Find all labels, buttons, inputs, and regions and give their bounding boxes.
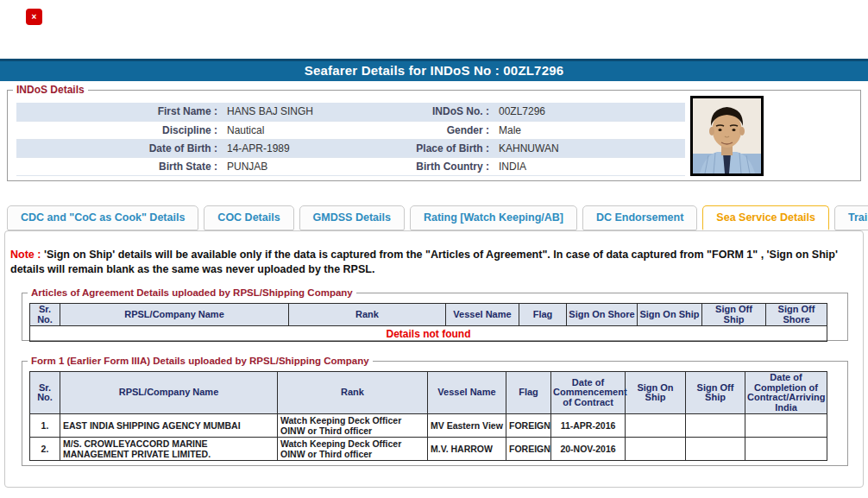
note-prefix: Note : xyxy=(10,249,41,261)
column-header: RPSL/Company Name xyxy=(60,372,278,414)
cell-company: M/S. CROWLEYACCORD MARINE MANAGEMENT PRI… xyxy=(60,438,278,461)
cell-date-completion xyxy=(745,438,827,461)
column-header: Sr. No. xyxy=(30,304,60,326)
field-value: Male xyxy=(495,121,685,139)
cell-flag: FOREIGN xyxy=(506,414,551,438)
seafarer-photo xyxy=(690,96,764,176)
indos-details-legend: INDoS Details xyxy=(13,84,88,96)
cell-company: EAST INDIA SHIPPING AGENCY MUMBAI xyxy=(60,414,278,438)
form1-legend: Form 1 (Earlier Form IIIA) Details uploa… xyxy=(28,356,373,366)
tab-sea-service-details[interactable]: Sea Service Details xyxy=(702,205,829,230)
table-header-row: Sr. No. RPSL/Company Name Rank Vessel Na… xyxy=(30,304,827,326)
articles-table: Sr. No. RPSL/Company Name Rank Vessel Na… xyxy=(29,303,827,342)
column-header: Rank xyxy=(278,372,428,414)
field-label: Date of Birth : xyxy=(16,139,223,157)
column-header: Sign Off Ship xyxy=(702,304,766,326)
field-value: Nautical xyxy=(223,121,396,139)
cell-sr-no: 1. xyxy=(30,414,60,438)
note-text: Note : 'Sign on Ship' details will be av… xyxy=(10,248,858,277)
column-header: Sign Off Ship xyxy=(686,372,745,414)
cell-rank: Watch Keeping Deck Officer OINW or Third… xyxy=(278,414,428,438)
cell-date-commencement: 11-APR-2016 xyxy=(551,414,626,438)
cell-flag: FOREIGN xyxy=(506,438,551,461)
column-header: Flag xyxy=(519,304,567,326)
tab-bar: CDC and "CoC as Cook" Details COC Detail… xyxy=(7,205,868,231)
field-label: First Name : xyxy=(16,103,223,121)
tab-training-details[interactable]: Training Details xyxy=(834,205,868,230)
cell-date-commencement: 20-NOV-2016 xyxy=(551,438,626,461)
broken-image-icon: × xyxy=(26,9,42,25)
column-header: Vessel Name xyxy=(446,304,519,326)
page-title: Seafarer Details for INDoS No : 00ZL7296 xyxy=(0,61,868,80)
field-value: 14-APR-1989 xyxy=(223,139,396,157)
column-header: Rank xyxy=(289,304,446,326)
cell-sr-no: 2. xyxy=(30,438,60,461)
field-value: PUNJAB xyxy=(223,157,396,175)
cell-rank: Watch Keeping Deck Officer OINW or Third… xyxy=(278,438,428,461)
field-label: Birth State : xyxy=(16,157,223,175)
column-header: Sign On Ship xyxy=(638,304,702,326)
table-row: 2. M/S. CROWLEYACCORD MARINE MANAGEMENT … xyxy=(30,438,827,461)
cell-sign-on-ship xyxy=(626,414,686,438)
field-value: INDIA xyxy=(495,157,685,175)
cell-sign-off-ship xyxy=(686,438,745,461)
title-bar: Seafarer Details for INDoS No : 00ZL7296 xyxy=(0,59,868,81)
table-row: Date of Birth : 14-APR-1989 Place of Bir… xyxy=(16,139,685,157)
column-header: Date of Completion of Contract/Arriving … xyxy=(745,372,827,414)
note-body: 'Sign on Ship' details will be available… xyxy=(10,249,838,275)
column-header: Sr. No. xyxy=(30,372,60,414)
field-value: 00ZL7296 xyxy=(495,103,685,121)
cell-date-completion xyxy=(745,414,827,438)
form1-table: Sr. No. RPSL/Company Name Rank Vessel Na… xyxy=(29,371,827,461)
tab-dc-endorsement[interactable]: DC Endorsement xyxy=(582,205,697,230)
field-label: Discipline : xyxy=(16,121,223,139)
column-header: Flag xyxy=(506,372,551,414)
table-row: Discipline : Nautical Gender : Male xyxy=(16,121,685,139)
form1-fieldset: Form 1 (Earlier Form IIIA) Details uploa… xyxy=(22,356,848,466)
indos-details-table: First Name : HANS BAJ SINGH INDoS No. : … xyxy=(16,103,685,176)
table-row: First Name : HANS BAJ SINGH INDoS No. : … xyxy=(16,103,685,121)
tab-cdc-coc-cook-details[interactable]: CDC and "CoC as Cook" Details xyxy=(7,205,198,230)
field-value: KAHNUWAN xyxy=(495,139,685,157)
tab-coc-details[interactable]: COC Details xyxy=(204,205,293,230)
column-header: Date of Commencement of Contract xyxy=(551,372,626,414)
column-header: Sign On Ship xyxy=(626,372,686,414)
cell-vessel: M.V. HARROW xyxy=(428,438,506,461)
field-label: Birth Country : xyxy=(396,157,495,175)
tab-gmdss-details[interactable]: GMDSS Details xyxy=(299,205,405,230)
cell-sign-on-ship xyxy=(626,438,686,461)
column-header: Sign On Shore xyxy=(567,304,638,326)
field-value: HANS BAJ SINGH xyxy=(223,103,396,121)
field-label: Place of Birth : xyxy=(396,139,495,157)
table-header-row: Sr. No. RPSL/Company Name Rank Vessel Na… xyxy=(30,372,827,414)
column-header: Vessel Name xyxy=(428,372,506,414)
table-row: Birth State : PUNJAB Birth Country : IND… xyxy=(16,157,685,175)
empty-message: Details not found xyxy=(30,326,827,342)
table-row: 1. EAST INDIA SHIPPING AGENCY MUMBAI Wat… xyxy=(30,414,827,438)
column-header: Sign Off Shore xyxy=(766,304,827,326)
articles-legend: Articles of Agreement Details uploaded b… xyxy=(28,287,356,298)
field-label: Gender : xyxy=(396,121,495,139)
tab-rating-watch-keeping-ab[interactable]: Rating [Watch Keeping/AB] xyxy=(410,205,577,230)
cell-sign-off-ship xyxy=(686,414,745,438)
articles-of-agreement-fieldset: Articles of Agreement Details uploaded b… xyxy=(22,287,848,341)
cell-vessel: MV Eastern View xyxy=(428,414,506,438)
field-label: INDoS No. : xyxy=(396,103,495,121)
column-header: RPSL/Company Name xyxy=(60,304,289,326)
portrait-image xyxy=(693,98,761,173)
table-row: Details not found xyxy=(30,326,827,342)
